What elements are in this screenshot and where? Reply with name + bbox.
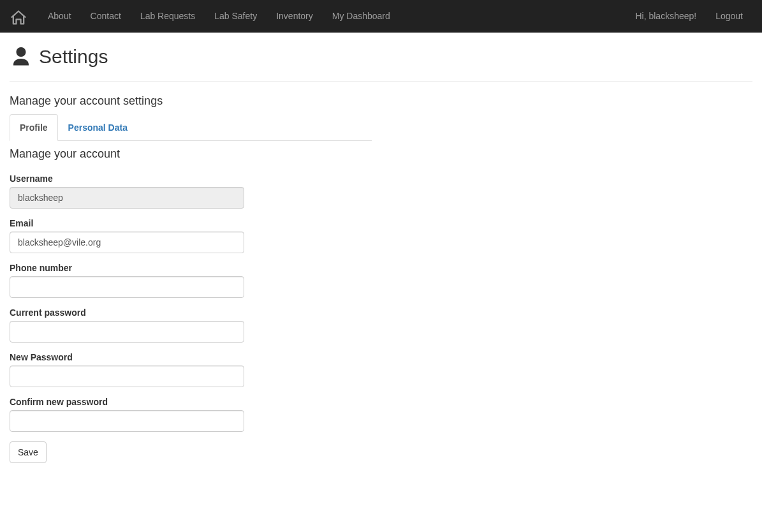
page-title: Settings xyxy=(10,45,752,68)
save-button[interactable]: Save xyxy=(10,441,47,463)
nav-contact[interactable]: Contact xyxy=(81,0,131,32)
nav-lab-requests[interactable]: Lab Requests xyxy=(131,0,205,32)
nav-greeting[interactable]: Hi, blacksheep! xyxy=(626,0,706,32)
title-divider xyxy=(10,81,752,82)
profile-form: Username Email Phone number Curr xyxy=(10,174,244,463)
settings-tabs: Profile Personal Data xyxy=(10,114,372,141)
email-label: Email xyxy=(10,218,33,228)
home-link[interactable] xyxy=(10,6,32,27)
new-password-label: New Password xyxy=(10,352,73,362)
phone-label: Phone number xyxy=(10,263,72,273)
tab-personal-data[interactable]: Personal Data xyxy=(58,114,138,141)
current-password-label: Current password xyxy=(10,307,86,318)
nav-my-dashboard[interactable]: My Dashboard xyxy=(323,0,400,32)
email-input[interactable] xyxy=(10,232,244,253)
nav-lab-safety[interactable]: Lab Safety xyxy=(205,0,267,32)
main-container: Settings Manage your account settings Pr… xyxy=(0,45,762,463)
username-label: Username xyxy=(10,174,53,184)
nav-about[interactable]: About xyxy=(38,0,81,32)
section-heading: Manage your account xyxy=(10,147,372,161)
username-input xyxy=(10,187,244,209)
nav-left: About Contact Lab Requests Lab Safety In… xyxy=(38,0,400,32)
nav-inventory[interactable]: Inventory xyxy=(267,0,323,32)
nav-logout[interactable]: Logout xyxy=(706,0,752,32)
user-icon xyxy=(10,45,33,68)
page-subtitle: Manage your account settings xyxy=(10,94,752,108)
confirm-password-input[interactable] xyxy=(10,410,244,432)
tab-profile[interactable]: Profile xyxy=(10,114,58,141)
confirm-password-label: Confirm new password xyxy=(10,397,108,407)
home-icon xyxy=(10,9,27,27)
top-navbar: About Contact Lab Requests Lab Safety In… xyxy=(0,0,762,33)
page-title-text: Settings xyxy=(39,46,108,68)
phone-input[interactable] xyxy=(10,276,244,298)
new-password-input[interactable] xyxy=(10,366,244,387)
nav-right: Hi, blacksheep! Logout xyxy=(626,0,752,32)
current-password-input[interactable] xyxy=(10,321,244,343)
